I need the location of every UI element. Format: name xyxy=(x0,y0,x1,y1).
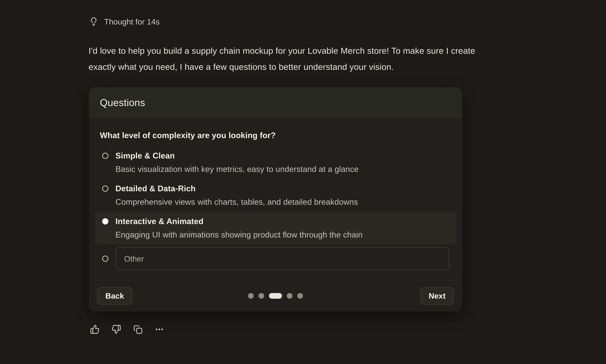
thumbs-up-button[interactable] xyxy=(90,325,100,334)
copy-button[interactable] xyxy=(133,325,143,334)
pagination-dot-active[interactable] xyxy=(269,293,282,299)
question-text: What level of complexity are you looking… xyxy=(100,130,451,140)
option-other[interactable] xyxy=(95,244,456,273)
pagination-dots xyxy=(248,293,303,299)
option-title: Simple & Clean xyxy=(115,149,359,162)
message-line: I'd love to help you build a supply chai… xyxy=(89,43,475,59)
thumbs-down-button[interactable] xyxy=(111,325,121,334)
lightbulb-icon xyxy=(89,17,98,26)
other-option-input[interactable] xyxy=(115,247,449,270)
back-button[interactable]: Back xyxy=(97,287,132,305)
option-interactive-animated[interactable]: Interactive & Animated Engaging UI with … xyxy=(95,212,456,244)
thumbs-up-icon xyxy=(90,325,100,334)
option-description: Comprehensive views with charts, tables,… xyxy=(115,195,358,209)
pagination-dot[interactable] xyxy=(258,293,264,299)
card-title: Questions xyxy=(100,97,145,108)
radio-icon[interactable] xyxy=(102,256,108,262)
pagination-dot[interactable] xyxy=(297,293,303,299)
option-description: Engaging UI with animations showing prod… xyxy=(115,228,363,241)
radio-icon[interactable] xyxy=(102,153,108,159)
message-actions xyxy=(90,325,164,334)
message-line: exactly what you need, I have a few ques… xyxy=(89,59,475,75)
radio-icon[interactable] xyxy=(102,185,108,192)
more-options-icon xyxy=(154,325,164,334)
pagination-dot[interactable] xyxy=(287,293,293,299)
option-detailed-data-rich[interactable]: Detailed & Data-Rich Comprehensive views… xyxy=(95,179,456,212)
card-footer: Back Next xyxy=(89,280,462,312)
card-header: Questions xyxy=(89,87,462,118)
thought-summary-toggle[interactable]: Thought for 14s xyxy=(89,17,160,26)
options-list: Simple & Clean Basic visualization with … xyxy=(95,146,456,273)
option-title: Detailed & Data-Rich xyxy=(115,182,358,195)
option-title: Interactive & Animated xyxy=(115,215,363,228)
radio-icon[interactable] xyxy=(102,218,108,224)
option-description: Basic visualization with key metrics, ea… xyxy=(115,162,359,176)
questions-card: Questions What level of complexity are y… xyxy=(89,87,462,312)
assistant-message: I'd love to help you build a supply chai… xyxy=(89,43,475,75)
copy-icon xyxy=(133,325,143,334)
thumbs-down-icon xyxy=(111,325,121,334)
option-simple-clean[interactable]: Simple & Clean Basic visualization with … xyxy=(95,146,456,179)
card-body: What level of complexity are you looking… xyxy=(89,118,462,273)
more-options-button[interactable] xyxy=(154,325,164,334)
pagination-dot[interactable] xyxy=(248,293,254,299)
next-button[interactable]: Next xyxy=(420,287,454,305)
thought-label: Thought for 14s xyxy=(104,17,160,26)
